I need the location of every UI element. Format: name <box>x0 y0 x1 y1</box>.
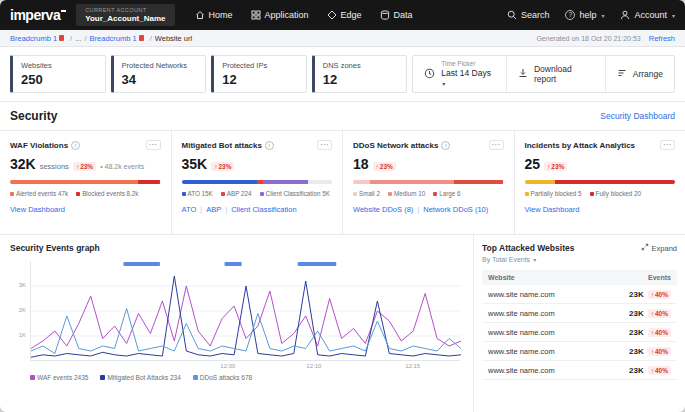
nav-item-data[interactable]: Data <box>380 10 413 20</box>
chevron-down-icon: ▾ <box>601 12 604 19</box>
metric-link[interactable]: ABP <box>206 205 221 214</box>
legend-label: ATO 15K <box>188 190 213 197</box>
metric-link[interactable]: Client Classification <box>231 205 296 214</box>
x-axis-tick: 12:00 <box>220 363 235 369</box>
legend-swatch <box>182 192 186 196</box>
search-button[interactable]: Search <box>507 10 550 20</box>
info-icon[interactable]: i <box>265 141 274 150</box>
events-value: 23K <box>629 309 644 318</box>
arrange-button[interactable]: Arrange <box>605 56 674 92</box>
legend-label: DDoS attacks 678 <box>200 374 252 381</box>
panel-menu-button[interactable]: ⋯ <box>660 140 675 150</box>
refresh-link[interactable]: Refresh <box>649 34 675 43</box>
stat-value: 12 <box>323 72 399 87</box>
legend-label: Client Classification 5K <box>266 190 330 197</box>
bar-segment <box>182 180 257 184</box>
info-icon[interactable]: i <box>71 141 80 150</box>
stat-card-protected-ips[interactable]: Protected IPs 12 <box>211 55 307 93</box>
legend-swatch <box>193 375 198 380</box>
metric-value: 35K <box>182 156 208 172</box>
legend-swatch <box>525 192 529 196</box>
current-account-box[interactable]: CURRENT ACCOUNT Your_Account_Name <box>76 4 174 26</box>
stat-value: 250 <box>21 72 97 87</box>
trend-badge: ↑40% <box>648 366 671 375</box>
clock-icon <box>424 68 435 81</box>
metric-links: Website DDoS (8)|Network DDoS (10) <box>353 205 504 214</box>
arrange-label: Arrange <box>633 69 663 79</box>
trend-badge: ↑40% <box>648 290 671 299</box>
download-report-button[interactable]: Download report <box>506 56 605 92</box>
legend-label: Small 2 <box>359 190 380 197</box>
website-cell: www.site name.com <box>488 290 629 299</box>
table-row[interactable]: www.site name.com 23K↑40% <box>482 285 677 304</box>
application-icon <box>251 10 261 20</box>
metric-title: Incidents by Attack Analytics <box>525 141 636 150</box>
legend-swatch <box>433 192 437 196</box>
bar-segment <box>263 180 308 184</box>
incident-annotation-bar[interactable] <box>298 262 337 266</box>
stat-card-websites[interactable]: Websites 250 <box>10 55 106 93</box>
table-row[interactable]: www.site name.com 23K↑40% <box>482 342 677 361</box>
incident-annotation-bar[interactable] <box>225 262 242 266</box>
info-icon[interactable]: i <box>441 141 450 150</box>
metric-panel-ddos-attacks: DDoS Network attacks i ⋯ 18 ↑23% Small 2… <box>342 131 514 234</box>
breadcrumb-link-2[interactable]: Breadcrumb 1 <box>90 34 137 43</box>
expand-button[interactable]: Expand <box>641 243 677 253</box>
time-picker[interactable]: Time Picker Last 14 Days ▾ <box>413 56 506 92</box>
chart-area[interactable] <box>30 261 460 361</box>
metric-link[interactable]: View Dashboard <box>10 205 65 214</box>
bar-segment <box>353 180 370 184</box>
security-dashboard-link[interactable]: Security Dashboard <box>600 111 675 121</box>
series-line-0 <box>31 286 461 349</box>
legend-swatch <box>100 375 105 380</box>
nav-item-edge[interactable]: Edge <box>327 10 362 20</box>
metric-link[interactable]: ATO <box>182 205 197 214</box>
metric-link[interactable]: Network DDoS (10) <box>423 205 488 214</box>
metric-link[interactable]: Website DDoS (8) <box>353 205 413 214</box>
legend-swatch <box>353 192 357 196</box>
navbar-right: Search ? help ▾ Account ▾ <box>507 10 675 20</box>
bar-segment <box>10 180 138 184</box>
trend-up-icon: ↑ <box>651 367 654 374</box>
legend-swatch <box>10 192 14 196</box>
legend-label: Mitigated Bot Attacks 234 <box>107 374 180 381</box>
user-icon <box>620 10 630 20</box>
panel-menu-button[interactable]: ⋯ <box>317 140 332 150</box>
account-menu[interactable]: Account ▾ <box>620 10 675 20</box>
panel-menu-button[interactable]: ⋯ <box>489 140 504 150</box>
metric-bar <box>353 180 504 184</box>
breadcrumb-right: Generated on 18 Oct 20 21:20:53 Refresh <box>536 34 675 43</box>
metric-value: 25 <box>525 156 541 172</box>
stat-card-dns-zones[interactable]: DNS zones 12 <box>312 55 408 93</box>
legend-label: Fully blocked 20 <box>596 190 642 197</box>
help-menu[interactable]: ? help ▾ <box>565 10 604 20</box>
website-cell: www.site name.com <box>488 309 629 318</box>
download-icon <box>518 68 528 80</box>
legend-swatch <box>30 375 35 380</box>
app-root: imperva CURRENT ACCOUNT Your_Account_Nam… <box>0 0 685 412</box>
metric-link[interactable]: View Dashboard <box>525 205 580 214</box>
panel-menu-button[interactable]: ⋯ <box>146 140 161 150</box>
incident-annotation-bar[interactable] <box>123 262 160 266</box>
table-row[interactable]: www.site name.com 23K↑40% <box>482 361 677 380</box>
time-picker-label: Time Picker <box>441 60 495 67</box>
table-row[interactable]: www.site name.com 23K↑40% <box>482 323 677 342</box>
top-attacked-websites-panel: Top Attacked Websites Expand By Total Ev… <box>473 235 685 412</box>
imperva-logo: imperva <box>10 7 66 23</box>
legend-label: Partially blocked 5 <box>531 190 582 197</box>
table-row[interactable]: www.site name.com 23K↑40% <box>482 304 677 323</box>
nav-item-application[interactable]: Application <box>251 10 309 20</box>
sort-by-dropdown[interactable]: By Total Events ▾ <box>482 256 677 263</box>
nav-item-home[interactable]: Home <box>195 10 233 20</box>
legend-label: Medium 10 <box>394 190 425 197</box>
trend-up-icon: ↑ <box>547 163 550 170</box>
stat-card-protected-networks[interactable]: Protected Networks 34 <box>111 55 207 93</box>
breadcrumb-ellipsis[interactable]: ... <box>75 34 81 43</box>
nav-item-label: Data <box>394 10 413 20</box>
metric-legend: Small 2Medium 10Large 6 <box>353 190 504 197</box>
events-value: 23K <box>629 366 644 375</box>
table-header: Website Events <box>482 270 677 285</box>
breadcrumb-link-1[interactable]: Breadcrumb 1 <box>10 34 57 43</box>
alert-badge-icon <box>139 35 144 41</box>
events-value: 23K <box>629 328 644 337</box>
